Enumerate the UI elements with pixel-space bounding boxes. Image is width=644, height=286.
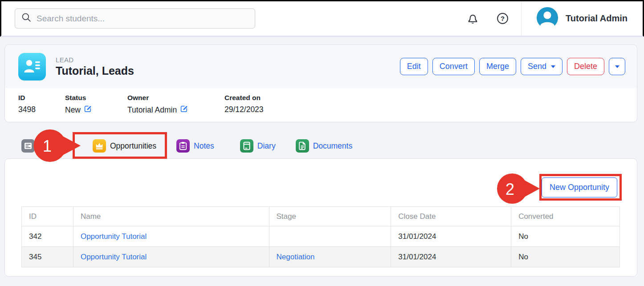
column-header-stage: Stage <box>269 207 391 226</box>
cell-close-date: 31/01/2024 <box>391 247 511 267</box>
edit-status-pencil-icon[interactable] <box>84 105 92 115</box>
topbar: ? Tutorial Admin <box>0 0 644 37</box>
tab-documents[interactable]: Documents <box>296 139 353 153</box>
action-buttons: Edit Convert Merge Send Delete <box>400 58 625 75</box>
caret-down-icon <box>551 65 555 68</box>
merge-button[interactable]: Merge <box>479 58 516 75</box>
field-value: New <box>65 105 81 115</box>
cell-close-date: 31/01/2024 <box>391 226 511 247</box>
column-header-name: Name <box>73 207 269 226</box>
lead-contact-card-icon <box>18 53 46 81</box>
field-label: Owner <box>127 94 224 102</box>
column-header-converted: Converted <box>511 207 620 226</box>
send-dropdown-button[interactable]: Send <box>521 58 562 75</box>
column-header-id: ID <box>22 207 73 226</box>
question-mark-glyph: ? <box>501 15 505 22</box>
search-box[interactable] <box>15 8 255 28</box>
edit-owner-pencil-icon[interactable] <box>180 105 188 115</box>
document-icon <box>296 139 309 153</box>
topbar-right: ? Tutorial Admin <box>467 1 643 36</box>
clipboard-icon <box>176 139 190 153</box>
tabs: Opportunities Notes Diary <box>4 133 352 158</box>
opportunity-name-link[interactable]: Opportunity Tutorial <box>81 232 147 241</box>
crown-icon <box>93 139 106 153</box>
cell-id: 342 <box>22 226 73 247</box>
field-value: 29/12/2023 <box>224 105 264 114</box>
caret-down-icon <box>615 65 620 68</box>
lead-info-row: ID 3498 Status New Owner Tutorial Admin <box>5 88 637 115</box>
book-icon <box>240 139 253 153</box>
table-row: 342 Opportunity Tutorial 31/01/2024 No <box>22 226 620 247</box>
field-status: Status New <box>65 94 127 115</box>
record-type-label: LEAD <box>56 56 134 64</box>
table-header-row: ID Name Stage Close Date Converted <box>22 207 620 226</box>
edit-button[interactable]: Edit <box>400 58 428 75</box>
new-opportunity-button[interactable]: New Opportunity <box>542 177 617 197</box>
cell-id: 345 <box>22 247 73 267</box>
field-value: Tutorial Admin <box>127 105 177 115</box>
form-icon <box>21 139 35 153</box>
field-label: Created on <box>224 94 264 102</box>
cell-stage <box>269 226 391 247</box>
lead-title-block: LEAD Tutorial, Leads <box>56 56 134 77</box>
opportunities-panel: New Opportunity ID Name Stage Close Date… <box>4 158 637 277</box>
lead-card: LEAD Tutorial, Leads Edit Convert Merge … <box>4 44 637 122</box>
tab-opportunities[interactable]: Opportunities <box>93 139 156 153</box>
bell-icon[interactable] <box>467 12 479 24</box>
tab-label: Diary <box>257 141 276 151</box>
tab-diary[interactable]: Diary <box>240 139 276 153</box>
cell-converted: No <box>511 247 620 267</box>
tab-label: Notes <box>194 141 214 151</box>
field-id: ID 3498 <box>18 94 65 115</box>
field-created-on: Created on 29/12/2023 <box>224 94 264 115</box>
user-menu[interactable]: Tutorial Admin <box>522 7 643 30</box>
field-value: 3498 <box>18 105 65 114</box>
more-actions-button[interactable] <box>609 58 625 75</box>
field-label: Status <box>65 94 127 102</box>
tab-first[interactable] <box>21 139 35 153</box>
search-input[interactable] <box>37 14 249 24</box>
tab-notes[interactable]: Notes <box>176 139 214 153</box>
convert-button[interactable]: Convert <box>432 58 475 75</box>
cell-converted: No <box>511 226 620 247</box>
column-header-close-date: Close Date <box>391 207 511 226</box>
search-icon <box>21 12 32 24</box>
delete-button[interactable]: Delete <box>567 58 604 75</box>
stage-link[interactable]: Negotiation <box>277 253 315 261</box>
table-row: 345 Opportunity Tutorial Negotiation 31/… <box>22 247 620 267</box>
user-name: Tutorial Admin <box>566 13 628 24</box>
tab-label: Documents <box>313 141 353 151</box>
help-icon[interactable]: ? <box>497 12 509 24</box>
page-title: Tutorial, Leads <box>56 64 134 77</box>
tab-label: Opportunities <box>110 141 156 151</box>
opportunity-name-link[interactable]: Opportunity Tutorial <box>81 253 147 261</box>
field-label: ID <box>18 94 65 102</box>
field-owner: Owner Tutorial Admin <box>127 94 224 115</box>
avatar <box>537 7 558 30</box>
opportunities-table: ID Name Stage Close Date Converted 342 O… <box>21 206 620 267</box>
lead-title-row: LEAD Tutorial, Leads Edit Convert Merge … <box>5 45 637 88</box>
send-button-label: Send <box>528 62 546 71</box>
